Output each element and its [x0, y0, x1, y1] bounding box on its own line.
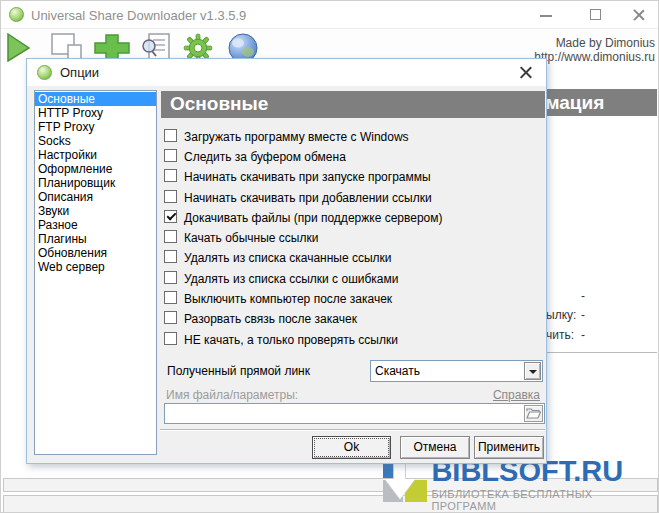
nav-item-ftp-proxy[interactable]: FTP Proxy	[35, 120, 156, 134]
apply-button[interactable]: Применить	[474, 436, 544, 459]
watermark-subtitle: БИБЛИОТЕКА БЕСПЛАТНЫХ ПРОГРАММ	[431, 488, 658, 512]
checkbox[interactable]	[164, 210, 177, 223]
nav-item-nastroyki[interactable]: Настройки	[35, 148, 156, 162]
checkbox[interactable]	[164, 311, 177, 324]
copy-window-icon	[51, 33, 85, 61]
nav-item-oformlenie[interactable]: Оформление	[35, 162, 156, 176]
credits-url[interactable]: http://www.dimonius.ru	[534, 50, 655, 64]
minimize-icon	[540, 15, 552, 17]
nav-item-socks[interactable]: Socks	[35, 134, 156, 148]
checkbox-label: Качать обычные ссылки	[184, 231, 318, 245]
download-arrow-icon	[385, 479, 415, 499]
app-window: Universal Share Downloader v1.3.5.9	[0, 0, 659, 513]
nav-item-opisaniya[interactable]: Описания	[35, 190, 156, 204]
watermark-text: BIBLSOFT.RU БИБЛИОТЕКА БЕСПЛАТНЫХ ПРОГРА…	[431, 456, 658, 512]
main-titlebar: Universal Share Downloader v1.3.5.9	[1, 1, 658, 29]
nav-item-planirovschik[interactable]: Планировщик	[35, 176, 156, 190]
help-link[interactable]: Справка	[493, 388, 540, 402]
add-link-icon	[93, 33, 131, 61]
nav-item-obnovleniya[interactable]: Обновления	[35, 246, 156, 260]
app-icon	[9, 7, 24, 22]
options-category-list: Основные HTTP Proxy FTP Proxy Socks Наст…	[34, 90, 157, 455]
nav-item-web-server[interactable]: Web сервер	[35, 260, 156, 274]
combobox-dropdown-button[interactable]	[524, 362, 541, 380]
checkbox-label: НЕ качать, а только проверять ссылки	[184, 333, 398, 347]
dialog-close-button[interactable]	[515, 64, 535, 82]
maximize-icon	[590, 9, 601, 20]
dialog-title: Опции	[60, 65, 99, 80]
combobox-value: Скачать	[375, 364, 420, 378]
dialog-icon	[37, 65, 52, 80]
nav-item-plaginy[interactable]: Плагины	[35, 232, 156, 246]
credits-author: Made by Dimonius	[534, 36, 655, 50]
cancel-button[interactable]: Отмена	[400, 436, 470, 459]
checkbox[interactable]	[164, 332, 177, 345]
checkbox[interactable]	[164, 169, 177, 182]
watermark: BIBLSOFT.RU БИБЛИОТЕКА БЕСПЛАТНЫХ ПРОГРА…	[383, 456, 658, 512]
checkbox-label: Докачивать файлы (при поддержке сервером…	[184, 211, 443, 225]
checkbox[interactable]	[164, 271, 177, 284]
checkbox-label: Удалять из списка скачанные ссылки	[184, 251, 392, 265]
dialog-divider	[160, 429, 545, 431]
checkbox[interactable]	[164, 291, 177, 304]
close-icon	[633, 9, 645, 21]
filename-label: Имя файла/параметры:	[166, 388, 298, 402]
checkbox[interactable]	[164, 149, 177, 162]
credits-block: Made by Dimonius http://www.dimonius.ru	[534, 36, 655, 64]
checkbox-label: Выключить компьютер после закачек	[184, 292, 392, 306]
ok-button[interactable]: Ok	[312, 436, 391, 459]
main-window-title: Universal Share Downloader v1.3.5.9	[31, 8, 246, 23]
direct-link-combobox[interactable]: Скачать	[370, 360, 543, 382]
direct-link-label: Полученный прямой линк	[167, 364, 310, 378]
options-dialog: Опции Основные HTTP Proxy FTP Proxy Sock…	[26, 58, 547, 464]
chevron-down-icon	[529, 370, 537, 374]
close-icon	[519, 66, 532, 79]
dialog-titlebar: Опции	[27, 59, 546, 86]
checkbox-label: Удалять из списка ссылки с ошибками	[184, 272, 398, 286]
checkbox-label: Разорвать связь после закачек	[184, 312, 357, 326]
checkbox-label: Следить за буфером обмена	[184, 150, 346, 164]
checkbox[interactable]	[164, 190, 177, 203]
nav-item-raznoe[interactable]: Разное	[35, 218, 156, 232]
nav-item-zvuki[interactable]: Звуки	[35, 204, 156, 218]
checkbox-label: Начинать скачивать при добавлении ссылки	[184, 191, 432, 205]
section-header: Основные	[161, 91, 545, 118]
checkbox-label: Загружать программу вместе с Windows	[184, 130, 409, 144]
nav-item-osnovnye[interactable]: Основные	[35, 92, 156, 106]
checkbox-label: Начинать скачивать при запуске программы	[184, 170, 431, 184]
open-folder-icon	[526, 407, 541, 420]
checkbox[interactable]	[164, 250, 177, 263]
nav-item-http-proxy[interactable]: HTTP Proxy	[35, 106, 156, 120]
checkbox[interactable]	[164, 230, 177, 243]
browse-button[interactable]	[524, 405, 543, 422]
maximize-button[interactable]	[581, 1, 611, 29]
checkbox[interactable]	[164, 129, 177, 142]
minimize-button[interactable]	[531, 1, 561, 29]
filename-input[interactable]	[164, 403, 545, 424]
close-button[interactable]	[623, 1, 653, 29]
